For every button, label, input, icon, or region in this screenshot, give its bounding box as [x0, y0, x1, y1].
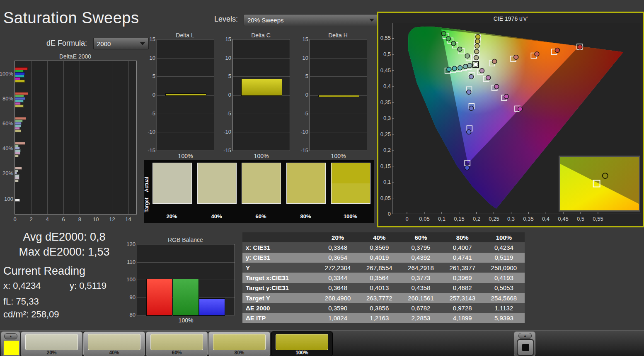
tile-label: 60% [146, 350, 207, 356]
gridline [310, 114, 367, 114]
measured-point-magenta [518, 107, 523, 111]
patch-tile-60%[interactable]: 60% [146, 332, 208, 356]
patch-tile-40%[interactable]: 40% [83, 332, 145, 356]
swatch-percent-label: 20% [153, 213, 191, 219]
y-group-label: 100% [0, 71, 13, 77]
max-de2000: Max dE2000: 1,53 [4, 246, 124, 258]
tile-swatch [150, 334, 203, 350]
measurement-table: 20%40%60%80%100%x: CIE310,33480,35690,37… [242, 232, 525, 323]
cie-y-tick-label: 0,3 [378, 115, 391, 121]
cie-x-tick-label: 0,15 [453, 216, 466, 222]
cie-y-tick-label: 0,2 [378, 147, 391, 153]
swatch-percent-label: 60% [242, 213, 280, 219]
cie-title: CIE 1976 u'v' [378, 15, 643, 22]
delta-l-chart: 151050-5-10-15100% [157, 39, 214, 151]
tile-swatch [276, 334, 328, 350]
x-tick-label: 12 [109, 216, 115, 222]
table-cell: 268,4900 [317, 295, 358, 302]
rgb-bar-red [146, 279, 172, 316]
measured-point-yellow [474, 55, 479, 60]
cie-x-tick-label: 0,55 [591, 216, 605, 222]
y-tick-label: 0 [145, 92, 155, 98]
patch-tile-100%[interactable]: 100% [271, 332, 333, 356]
page-title: Saturation Sweeps [3, 9, 139, 27]
current-cdm2: cd/m²: 258,09 [3, 309, 59, 320]
measured-point-blue [467, 130, 471, 134]
x-tick-label: 14 [125, 216, 132, 222]
table-cell: 263,7772 [358, 295, 400, 302]
measure-up-arrow-button[interactable]: ▲ [518, 333, 532, 339]
measured-point-blue [469, 74, 474, 79]
stop-icon [522, 344, 529, 351]
deltae-bar-40%-5 [15, 154, 19, 157]
table-cell: 1,0824 [317, 315, 358, 322]
measured-point-cyan [458, 66, 462, 70]
cie-x-tick-label: 0,35 [522, 216, 535, 222]
current-fl: fL: 75,33 [3, 296, 39, 307]
measured-point-red [514, 55, 518, 59]
patch-tile-20%[interactable]: 20% [21, 332, 82, 356]
cie-x-tick-label: 0,2 [470, 216, 483, 222]
y-tick-label: -5 [220, 110, 231, 117]
table-cell: 0,4013 [358, 284, 400, 291]
actual-target-swatch-panel: ActualTarget20%40%60%80%100% [144, 160, 374, 223]
current-y: y: 0,5119 [70, 280, 107, 291]
patch-up-arrow-button[interactable]: ▲ [4, 333, 17, 339]
target-swatch-half [287, 183, 325, 204]
cie-zoom-inset [559, 156, 640, 212]
measured-point-blue [465, 166, 470, 170]
measure-tile: ▲ [514, 332, 535, 356]
stop-measure-button[interactable] [517, 339, 534, 356]
patch-tile-80%[interactable]: 80% [208, 332, 270, 356]
avg-de2000: Avg dE2000: 0,8 [4, 231, 124, 244]
actual-swatch-half [332, 163, 370, 183]
cie-y-tick-label: 0,05 [378, 195, 391, 201]
target-swatch-half [198, 183, 236, 204]
cie-y-tick-label: 0,15 [378, 163, 391, 169]
measured-point-cyan [452, 66, 457, 71]
y-tick-label: 5 [145, 73, 155, 79]
table-cell: 257,3143 [442, 295, 483, 302]
measured-point-green [458, 47, 462, 51]
table-cell: 0,3344 [317, 274, 358, 281]
rgb-bar-green [173, 279, 199, 316]
table-cell: 258,0900 [483, 264, 525, 271]
measured-point-green [451, 41, 456, 46]
swatch-percent-label: 100% [331, 213, 370, 219]
table-row: Y272,2304267,8554264,2918261,3977258,090… [242, 263, 525, 273]
y-tick-label: 110 [124, 259, 136, 265]
compare-swatch-20% [153, 163, 192, 204]
actual-swatch-half [287, 163, 325, 183]
patch-tile: ▲ [1, 332, 20, 356]
table-cell: 0,5119 [483, 254, 525, 261]
rgb-bar-blue [199, 298, 225, 316]
x-tick-label: 10 [92, 216, 99, 222]
table-row: x: CIE310,33480,35690,37950,40070,4234 [242, 242, 525, 252]
row-label: x: CIE31 [242, 244, 317, 251]
table-cell: 0,3969 [442, 274, 483, 281]
gridline [310, 58, 367, 59]
table-row: ΔE 20000,35900,38560,67820,97281,1132 [242, 303, 525, 313]
measured-point-red [492, 59, 497, 63]
table-cell: 264,2918 [400, 264, 441, 271]
y-group-label: 60% [0, 120, 13, 127]
table-row: ΔE ITP1,08241,21632,28534,18995,9393 [242, 313, 525, 323]
y-tick-label: 100 [124, 276, 136, 283]
x-tick-label: 8 [76, 216, 83, 222]
measured-point-magenta [486, 76, 491, 80]
measured-point-magenta [504, 94, 508, 99]
levels-dropdown[interactable]: 20% Sweeps [244, 14, 378, 26]
x-category-label: 100% [157, 153, 214, 159]
de-formula-dropdown[interactable]: 2000 [93, 38, 149, 49]
table-cell: 0,4392 [400, 254, 441, 261]
y-tick-label: 90 [124, 294, 136, 300]
y-tick-label: -15 [220, 147, 231, 154]
x-tick-label: 0 [12, 216, 18, 222]
table-cell: 1,1132 [483, 305, 525, 312]
table-cell: 0,3648 [317, 284, 358, 291]
gridline [233, 114, 290, 114]
table-cell: 0,3654 [317, 254, 358, 261]
table-cell: 0,3773 [400, 274, 441, 281]
measured-point-magenta [494, 84, 499, 89]
gridline [157, 132, 214, 132]
